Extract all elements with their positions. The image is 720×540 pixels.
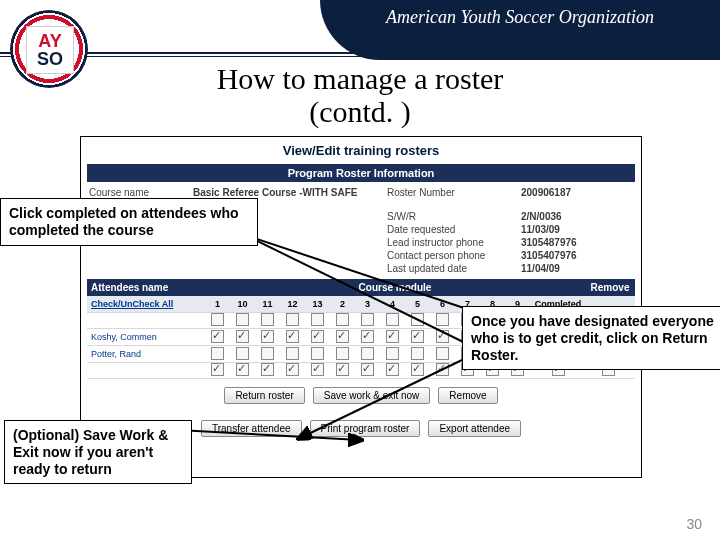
callout-return-roster: Once you have designated everyone who is…	[462, 306, 720, 370]
svg-line-2	[300, 360, 462, 438]
svg-line-3	[178, 430, 360, 440]
callout-click-completed: Click completed on attendees who complet…	[0, 198, 258, 246]
callout-save-exit: (Optional) Save Work & Exit now if you a…	[4, 420, 192, 484]
